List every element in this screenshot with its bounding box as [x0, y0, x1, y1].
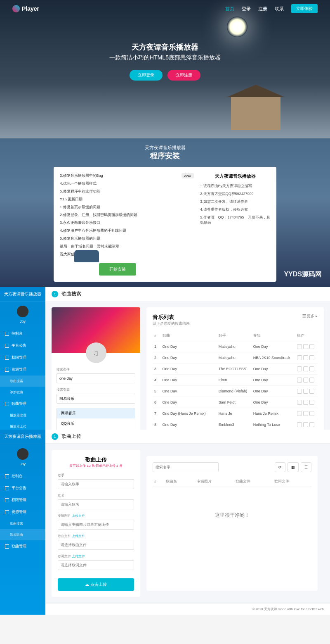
download-icon[interactable] [309, 422, 314, 427]
upload-list-card: ⟳ ▦ ☰ # 歌曲名 专辑图片 歌曲文件 歌词文件 这里很干净哟！ [146, 456, 318, 591]
nav-cta-button[interactable]: 立即体验 [291, 4, 318, 13]
menu-song-manage[interactable]: 歌曲管理 [0, 398, 45, 410]
menu-add-song[interactable]: 添加歌曲 [0, 387, 45, 398]
download-icon[interactable] [309, 355, 314, 360]
list-button[interactable]: ☰ [301, 462, 311, 472]
play-icon[interactable] [297, 389, 302, 394]
add-icon[interactable] [303, 366, 308, 371]
nav-home[interactable]: 首页 [225, 6, 234, 12]
admin-search-page: 天方夜谭音乐播放器 Joy 控制台 平台公告 权限管理 资源管理 歌曲搜索 添加… [0, 287, 330, 430]
menu-add-song[interactable]: 添加歌曲 [0, 529, 45, 540]
upload-field[interactable] [58, 560, 134, 570]
nav-contact[interactable]: 联系 [275, 6, 284, 12]
menu-resource[interactable]: 资源管理 [0, 506, 45, 518]
download-icon[interactable] [309, 411, 314, 416]
engine-option[interactable]: 网易音乐 [57, 408, 135, 418]
grid-button[interactable]: ▦ [288, 462, 299, 472]
menu-permission[interactable]: 权限管理 [0, 494, 45, 506]
and-label: AND [182, 173, 194, 178]
resource-icon [5, 368, 9, 372]
download-icon[interactable] [309, 378, 314, 383]
cover-image: ♫ [52, 307, 140, 353]
engine-option[interactable]: QQ音乐 [57, 418, 135, 429]
menu-resource[interactable]: 资源管理 [0, 364, 45, 375]
register-button[interactable]: 立即注册 [167, 70, 200, 81]
field-label: 歌手 [58, 473, 134, 478]
add-icon[interactable] [303, 355, 308, 360]
menu-dashboard[interactable]: 控制台 [0, 470, 45, 482]
add-icon[interactable] [303, 344, 308, 349]
add-icon[interactable] [303, 422, 308, 427]
menu-notice[interactable]: 平台公告 [0, 482, 45, 494]
menu-song-search[interactable]: 歌曲搜索 [0, 518, 45, 529]
add-icon[interactable] [303, 389, 308, 394]
add-icon[interactable] [303, 411, 308, 416]
play-icon[interactable] [297, 378, 302, 383]
nav-register[interactable]: 注册 [258, 6, 267, 12]
sidebar-title: 天方夜谭音乐播放器 [0, 430, 45, 444]
music-list-card: ☰ 更多 ▸ 音乐列表 以下是您爱的搜索结果 # 歌曲 歌手 专辑 操作 1On… [146, 307, 324, 430]
table-row[interactable]: 1One DayMatisyahuOne Day [153, 341, 318, 352]
login-button[interactable]: 立即登录 [130, 70, 163, 81]
upload-search-input[interactable] [153, 462, 219, 472]
hero-section: Player 首页 登录 注册 联系 立即体验 天方夜谭音乐播放器 一款简洁小巧… [0, 0, 330, 138]
install-title: 程序安装 [0, 151, 330, 161]
sidebar-user[interactable]: Joy [0, 444, 45, 470]
play-icon[interactable] [297, 355, 302, 360]
table-row[interactable]: 8One DayEmblem3Nothing To Lose [153, 419, 318, 430]
engine-dropdown: 网易音乐 QQ音乐 虾米音乐 酷狗音乐 百度音乐 [57, 408, 135, 430]
page-header: 1 歌曲上传 [45, 430, 330, 444]
nav-login[interactable]: 登录 [242, 6, 251, 12]
sidebar-user[interactable]: Joy [0, 302, 45, 328]
upload-field[interactable] [58, 520, 134, 530]
field-label: 歌名 [58, 493, 134, 498]
logo-text: Player [22, 5, 39, 12]
menu-permission[interactable]: 权限管理 [0, 352, 45, 364]
search-label: 搜索条件 [57, 367, 135, 372]
download-icon[interactable] [309, 389, 314, 394]
upload-file-link[interactable]: 上传文件 [72, 514, 85, 518]
submit-upload-button[interactable]: ☁ 点击上传 [58, 578, 134, 591]
upload-field[interactable] [58, 540, 134, 550]
install-section: 天方夜谭音乐播放器 程序安装 3.修复音乐播放器中的Bug 4.优化一个播放器样… [0, 138, 330, 287]
sidebar: 天方夜谭音乐播放器 Joy 控制台 平台公告 权限管理 资源管理 歌曲搜索 添加… [0, 430, 45, 615]
permission-icon [5, 498, 9, 502]
watermark: YYDS源码网 [284, 270, 322, 279]
table-row[interactable]: 4One DayEltenOne Day [153, 375, 318, 386]
table-row[interactable]: 5One DayDiamond (Pisfah)One Day [153, 386, 318, 397]
logo[interactable]: Player [12, 5, 39, 12]
table-row[interactable]: 7One Day (Hans Je Remix)Hans JeHans Je R… [153, 408, 318, 419]
start-install-button[interactable]: 开始安装 [99, 263, 136, 276]
upload-file-link[interactable]: 上传文件 [72, 554, 85, 558]
menu-player-upload[interactable]: 播放器上传 [0, 421, 45, 430]
table-row[interactable]: 6One DaySam FeldtOne Day [153, 397, 318, 408]
download-icon[interactable] [309, 366, 314, 371]
play-icon[interactable] [297, 366, 302, 371]
menu-dashboard[interactable]: 控制台 [0, 328, 45, 340]
play-icon[interactable] [297, 411, 302, 416]
add-icon[interactable] [303, 378, 308, 383]
upload-file-link[interactable]: 上传文件 [72, 534, 85, 538]
notice-icon [5, 486, 9, 490]
field-label: 专辑图片 上传文件 [58, 513, 134, 518]
upload-field[interactable] [58, 479, 134, 489]
upload-field[interactable] [58, 499, 134, 509]
menu-song-manage[interactable]: 歌曲管理 [0, 540, 45, 552]
more-link[interactable]: ☰ 更多 ▸ [302, 314, 318, 319]
top-nav: Player 首页 登录 注册 联系 立即体验 [0, 0, 330, 17]
menu-song-search[interactable]: 歌曲搜索 [0, 375, 45, 387]
table-row[interactable]: 2One DayMatisyahuNBA 2K10 Soundtrack [153, 352, 318, 364]
search-input[interactable] [57, 373, 135, 383]
add-icon[interactable] [303, 400, 308, 405]
download-icon[interactable] [309, 344, 314, 349]
download-icon[interactable] [309, 400, 314, 405]
engine-select[interactable] [57, 394, 135, 404]
menu-player-manage[interactable]: 播放器管理 [0, 410, 45, 421]
play-icon[interactable] [297, 344, 302, 349]
play-icon[interactable] [297, 422, 302, 427]
refresh-button[interactable]: ⟳ [275, 462, 285, 472]
play-icon[interactable] [297, 400, 302, 405]
table-row[interactable]: 3One DayThe ROOTLESSOne Day [153, 364, 318, 375]
menu-notice[interactable]: 平台公告 [0, 340, 45, 352]
page-title: 歌曲上传 [61, 433, 81, 440]
